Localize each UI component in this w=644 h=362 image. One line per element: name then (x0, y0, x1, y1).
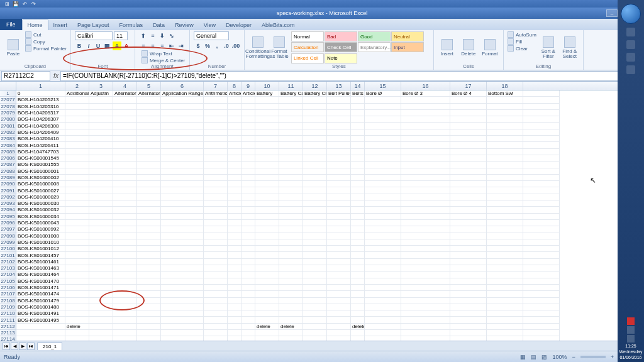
cell[interactable] (450, 317, 487, 323)
cell[interactable] (327, 207, 351, 213)
cell[interactable] (242, 116, 255, 123)
row-header[interactable]: 27113 (0, 330, 16, 336)
cell[interactable] (137, 129, 161, 136)
cell[interactable] (327, 233, 351, 239)
cell[interactable] (65, 259, 89, 265)
col-header[interactable]: 9 (242, 82, 255, 90)
cell[interactable] (89, 200, 113, 207)
cell[interactable] (137, 104, 161, 110)
cell[interactable] (487, 310, 523, 317)
cell[interactable] (228, 123, 242, 129)
cell[interactable] (401, 97, 450, 103)
cell[interactable] (327, 239, 351, 246)
cell[interactable] (228, 265, 242, 272)
tray-icon[interactable] (627, 335, 635, 343)
cell[interactable] (401, 110, 450, 116)
cell[interactable]: Bore Ø 3 (401, 90, 450, 97)
cell[interactable] (204, 233, 228, 239)
cell[interactable] (161, 330, 204, 336)
cell[interactable] (255, 142, 279, 148)
col-header[interactable]: 10 (255, 82, 279, 90)
autosum-button[interactable]: AutoSum (508, 31, 536, 38)
cell[interactable] (279, 123, 303, 129)
row-header[interactable]: 27082 (0, 129, 16, 136)
cell[interactable] (303, 324, 327, 330)
cell[interactable] (89, 214, 113, 220)
align-mid-icon[interactable]: ≡ (148, 31, 157, 40)
cell[interactable] (113, 317, 137, 323)
cell[interactable] (137, 214, 161, 220)
cell[interactable] (303, 149, 327, 155)
cell[interactable] (401, 233, 450, 239)
cell[interactable]: BOS-KS01001463 (16, 265, 65, 272)
cell[interactable] (487, 252, 523, 258)
cell[interactable] (228, 155, 242, 162)
cell[interactable] (450, 136, 487, 142)
cell[interactable] (65, 330, 89, 336)
cell[interactable] (365, 298, 401, 304)
cut-button[interactable]: Cut (25, 31, 67, 38)
cell[interactable] (523, 162, 560, 168)
cell[interactable] (279, 168, 303, 175)
cell[interactable] (204, 207, 228, 213)
cell[interactable] (204, 162, 228, 168)
cell[interactable] (401, 285, 450, 291)
cell[interactable] (365, 168, 401, 175)
cell[interactable] (255, 175, 279, 181)
cell[interactable] (365, 324, 401, 330)
cell[interactable]: Bottom Swi (487, 90, 523, 97)
cell[interactable]: Belts (351, 90, 365, 97)
cell[interactable] (523, 149, 560, 155)
cell[interactable] (161, 317, 204, 323)
cell[interactable] (113, 259, 137, 265)
cell[interactable] (327, 104, 351, 110)
cell[interactable] (65, 226, 89, 233)
cell[interactable] (204, 265, 228, 272)
cell[interactable] (255, 291, 279, 297)
cell[interactable] (161, 187, 204, 194)
cell[interactable] (65, 175, 89, 181)
cell[interactable] (113, 272, 137, 278)
cell[interactable] (279, 181, 303, 187)
cell[interactable] (65, 278, 89, 285)
cell[interactable] (137, 149, 161, 155)
row-header[interactable]: 27103 (0, 265, 16, 272)
cell[interactable] (401, 246, 450, 252)
cell[interactable] (255, 155, 279, 162)
cell[interactable] (204, 220, 228, 226)
cell[interactable] (450, 162, 487, 168)
cell[interactable] (327, 317, 351, 323)
cell[interactable] (487, 207, 523, 213)
cell[interactable] (279, 149, 303, 155)
select-all-corner[interactable] (0, 82, 16, 90)
sidebar-icon[interactable] (626, 40, 635, 49)
cell[interactable] (161, 220, 204, 226)
cell[interactable] (204, 116, 228, 123)
cell[interactable] (327, 175, 351, 181)
cell[interactable] (487, 239, 523, 246)
cell[interactable]: Battery Capa (279, 90, 303, 97)
fill-color-button[interactable]: A (113, 41, 121, 50)
row-header[interactable]: 27110 (0, 310, 16, 317)
cell[interactable] (113, 104, 137, 110)
tab-ablebitscom[interactable]: AbleBits.com (257, 20, 300, 30)
cell[interactable] (137, 142, 161, 148)
cell[interactable] (351, 278, 365, 285)
cell[interactable] (204, 324, 228, 330)
zoom-in-icon[interactable]: + (611, 354, 614, 360)
cell[interactable] (279, 246, 303, 252)
cell[interactable] (279, 200, 303, 207)
cell[interactable] (228, 278, 242, 285)
cell[interactable] (204, 187, 228, 194)
cell[interactable]: BOS-KS01001491 (16, 310, 65, 317)
cell[interactable] (365, 181, 401, 187)
cell[interactable] (242, 104, 255, 110)
cell[interactable] (303, 194, 327, 200)
style-cell[interactable]: Calculation (291, 42, 324, 52)
cell[interactable] (401, 168, 450, 175)
cell[interactable] (255, 310, 279, 317)
cell[interactable] (450, 149, 487, 155)
cell[interactable] (487, 278, 523, 285)
cell[interactable] (89, 265, 113, 272)
cell[interactable] (523, 136, 560, 142)
